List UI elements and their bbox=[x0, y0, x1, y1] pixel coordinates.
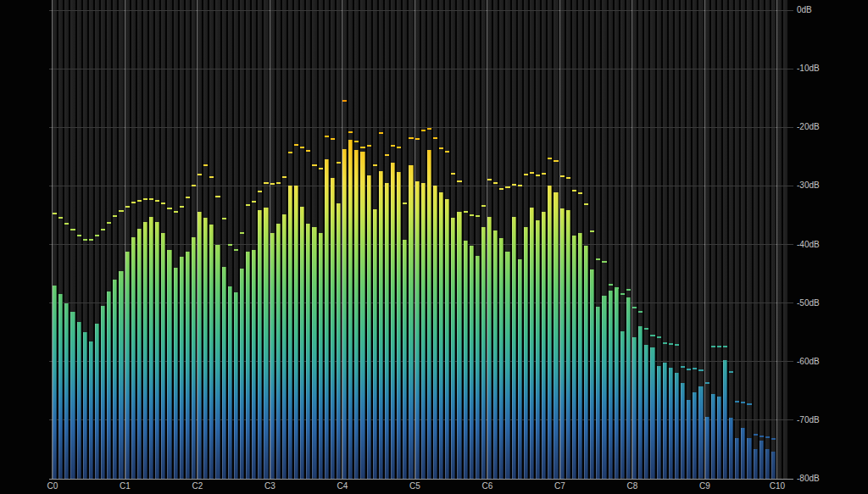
semitone-track bbox=[760, 0, 764, 479]
db-axis-label: -20dB bbox=[797, 123, 820, 131]
spectrum-bar bbox=[554, 192, 558, 479]
peak-hold-marker bbox=[155, 200, 159, 202]
spectrum-analyzer-display[interactable]: 0dB-10dB-20dB-30dB-40dB-50dB-60dB-70dB-8… bbox=[0, 0, 868, 494]
peak-hold-marker bbox=[143, 198, 147, 200]
peak-hold-marker bbox=[379, 132, 383, 134]
spectrum-bar bbox=[167, 250, 171, 479]
spectrum-bar bbox=[348, 140, 353, 479]
peak-hold-marker bbox=[705, 382, 709, 384]
spectrum-bar bbox=[209, 225, 214, 479]
spectrum-bar bbox=[58, 294, 63, 479]
semitone-track bbox=[735, 0, 739, 479]
peak-hold-marker bbox=[476, 215, 480, 217]
spectrum-bar bbox=[687, 400, 691, 479]
peak-hold-marker bbox=[760, 436, 764, 437]
peak-hold-marker bbox=[385, 154, 389, 156]
spectrum-bar bbox=[620, 331, 625, 479]
db-axis-label: -50dB bbox=[797, 299, 820, 308]
peak-hold-marker bbox=[657, 336, 661, 338]
spectrum-bar bbox=[89, 341, 93, 479]
peak-hold-marker bbox=[64, 223, 69, 225]
spectrum-bar bbox=[149, 217, 153, 479]
peak-hold-marker bbox=[464, 211, 468, 213]
octave-gridline bbox=[704, 0, 705, 479]
peak-hold-marker bbox=[536, 175, 540, 176]
spectrum-bar bbox=[632, 337, 637, 479]
peak-hold-marker bbox=[530, 172, 534, 174]
peak-hold-marker bbox=[58, 217, 63, 219]
peak-hold-marker bbox=[270, 183, 275, 185]
peak-hold-marker bbox=[240, 232, 244, 234]
peak-hold-marker bbox=[512, 184, 516, 186]
peak-hold-marker bbox=[754, 434, 758, 436]
spectrum-bar bbox=[524, 227, 528, 479]
spectrum-bar bbox=[578, 233, 582, 479]
spectrum-bar bbox=[391, 163, 395, 479]
peak-hold-marker bbox=[258, 191, 262, 192]
spectrum-bar bbox=[711, 394, 715, 479]
peak-hold-marker bbox=[470, 214, 474, 216]
spectrum-bar bbox=[95, 324, 99, 479]
semitone-track bbox=[777, 0, 782, 479]
spectrum-bar bbox=[464, 241, 468, 479]
semitone-track bbox=[741, 0, 745, 479]
semitone-track bbox=[705, 0, 709, 479]
peak-hold-marker bbox=[735, 401, 739, 402]
spectrum-bar bbox=[161, 233, 165, 479]
spectrum-bar bbox=[397, 172, 401, 479]
note-axis-label: C6 bbox=[482, 482, 493, 491]
peak-hold-marker bbox=[203, 164, 208, 166]
semitone-track bbox=[771, 0, 776, 479]
spectrum-bar bbox=[644, 345, 648, 479]
spectrum-bar bbox=[427, 150, 431, 479]
spectrum-bar bbox=[470, 246, 474, 479]
peak-hold-marker bbox=[342, 100, 347, 102]
peak-hold-marker bbox=[107, 222, 111, 224]
spectrum-bar bbox=[125, 252, 130, 479]
db-axis-label: -30dB bbox=[797, 181, 820, 190]
note-axis-label: C4 bbox=[337, 482, 348, 491]
note-axis-label: C7 bbox=[554, 482, 565, 491]
db-axis-label: 0dB bbox=[797, 6, 812, 14]
spectrum-bar bbox=[131, 237, 136, 479]
spectrum-bar bbox=[542, 212, 546, 479]
peak-hold-marker bbox=[548, 158, 552, 159]
spectrum-bar bbox=[566, 210, 570, 479]
spectrum-bar bbox=[421, 183, 426, 479]
peak-hold-marker bbox=[687, 369, 691, 370]
peak-hold-marker bbox=[632, 307, 637, 308]
spectrum-bar bbox=[584, 246, 588, 479]
peak-hold-marker bbox=[209, 176, 214, 178]
peak-hold-marker bbox=[403, 203, 407, 204]
note-axis-label: C5 bbox=[409, 482, 420, 491]
spectrum-bar bbox=[312, 227, 316, 479]
spectrum-bar bbox=[53, 286, 57, 479]
peak-hold-marker bbox=[609, 284, 613, 286]
spectrum-bar bbox=[771, 452, 776, 479]
peak-hold-marker bbox=[360, 147, 364, 148]
spectrum-bar bbox=[119, 271, 123, 479]
spectrum-bar bbox=[155, 222, 159, 479]
spectrum-bar bbox=[300, 207, 304, 479]
peak-hold-marker bbox=[663, 342, 667, 344]
spectrum-bar bbox=[663, 363, 667, 479]
spectrum-bar bbox=[705, 417, 709, 479]
spectrum-bar bbox=[354, 150, 359, 479]
peak-hold-marker bbox=[445, 151, 449, 153]
peak-hold-marker bbox=[167, 208, 171, 209]
spectrum-bar bbox=[669, 368, 673, 479]
peak-hold-marker bbox=[644, 328, 648, 330]
spectrum-bar bbox=[403, 240, 407, 479]
peak-hold-marker bbox=[451, 173, 455, 175]
peak-hold-marker bbox=[192, 185, 196, 186]
spectrum-bar bbox=[367, 175, 371, 479]
semitone-track bbox=[754, 0, 758, 479]
db-axis-label: -60dB bbox=[797, 358, 820, 366]
db-axis-label: -80dB bbox=[797, 475, 820, 483]
peak-hold-marker bbox=[771, 438, 776, 440]
note-axis-label: C0 bbox=[47, 482, 58, 491]
peak-hold-marker bbox=[95, 235, 99, 236]
spectrum-bar bbox=[228, 286, 232, 479]
x-axis-line bbox=[49, 479, 793, 480]
semitone-track bbox=[783, 0, 787, 479]
